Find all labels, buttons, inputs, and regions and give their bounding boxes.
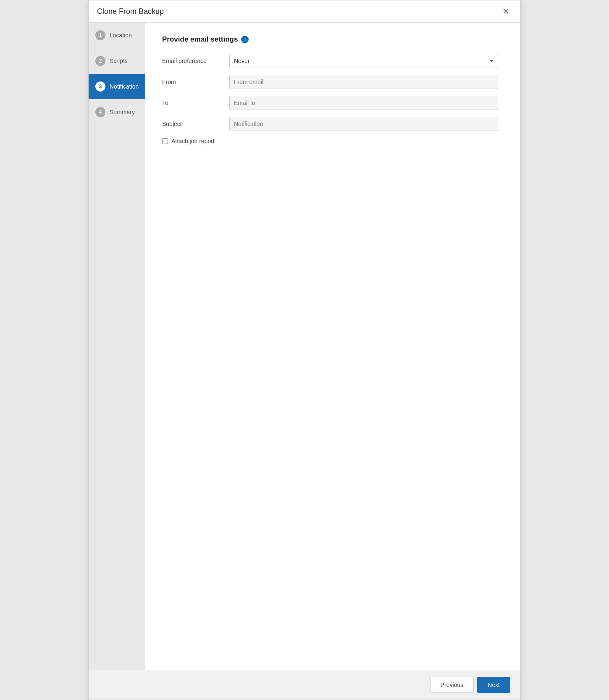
previous-button[interactable]: Previous — [430, 677, 474, 693]
from-input[interactable] — [229, 75, 498, 89]
subject-input[interactable] — [229, 117, 498, 131]
clone-from-backup-dialog: Clone From Backup ✕ 1 Location 2 Scripts… — [88, 0, 521, 700]
subject-label: Subject — [162, 121, 229, 127]
step-badge-4: 4 — [95, 107, 105, 117]
sidebar-item-notification[interactable]: 3 Notification — [89, 74, 145, 100]
to-input[interactable] — [229, 96, 498, 110]
attach-job-report-label: Attach job report — [171, 138, 215, 144]
info-icon[interactable]: i — [241, 36, 249, 43]
sidebar-item-summary[interactable]: 4 Summary — [89, 100, 145, 125]
dialog-title: Clone From Backup — [97, 7, 164, 16]
from-label: From — [162, 79, 229, 85]
section-title: Provide email settings i — [162, 35, 504, 44]
close-button[interactable]: ✕ — [500, 6, 512, 16]
from-row: From — [162, 75, 504, 89]
step-badge-1: 1 — [95, 30, 105, 40]
dialog-header: Clone From Backup ✕ — [89, 0, 520, 23]
sidebar-label-summary: Summary — [110, 109, 135, 115]
email-preference-label: Email preference — [162, 58, 229, 64]
dialog-body: 1 Location 2 Scripts 3 Notification 4 Su… — [89, 23, 520, 670]
dialog-footer: Previous Next — [89, 670, 520, 700]
sidebar-label-scripts: Scripts — [110, 58, 128, 64]
to-row: To — [162, 96, 504, 110]
step-badge-3: 3 — [95, 81, 105, 92]
sidebar: 1 Location 2 Scripts 3 Notification 4 Su… — [89, 23, 145, 670]
next-button[interactable]: Next — [477, 677, 510, 693]
sidebar-item-scripts[interactable]: 2 Scripts — [89, 48, 145, 74]
email-preference-row: Email preference Never Always On failure… — [162, 54, 504, 68]
subject-row: Subject — [162, 117, 504, 131]
sidebar-label-location: Location — [110, 32, 132, 39]
sidebar-label-notification: Notification — [110, 83, 139, 90]
main-content: Provide email settings i Email preferenc… — [145, 23, 520, 670]
sidebar-item-location[interactable]: 1 Location — [89, 23, 145, 48]
step-badge-2: 2 — [95, 56, 105, 66]
email-preference-select[interactable]: Never Always On failure On success — [229, 54, 498, 68]
section-title-text: Provide email settings — [162, 35, 238, 44]
attach-job-report-checkbox[interactable] — [162, 138, 168, 144]
attach-job-report-row: Attach job report — [162, 138, 504, 144]
to-label: To — [162, 100, 229, 106]
